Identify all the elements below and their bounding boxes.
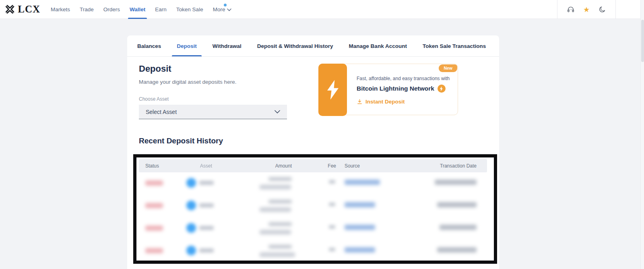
tab-withdrawal[interactable]: Withdrawal: [211, 35, 243, 56]
divider: [615, 0, 616, 19]
notification-dot: [224, 4, 227, 6]
amount-blurred: [268, 200, 292, 203]
lcx-logo[interactable]: LCX: [0, 3, 40, 15]
chevron-down-icon: [275, 110, 280, 114]
asset-select-value: Select Asset: [146, 109, 177, 115]
annotation-highlight-border: Status Asset Amount Fee Source Transacti…: [133, 154, 497, 264]
transaction-date-blurred: [435, 180, 477, 185]
nav-item-token-sale[interactable]: Token Sale: [171, 0, 208, 19]
nav-item-markets[interactable]: Markets: [46, 0, 75, 19]
nav-item-orders[interactable]: Orders: [99, 0, 125, 19]
download-icon: [357, 99, 363, 105]
fee-blurred: [329, 248, 335, 251]
nav-item-trade[interactable]: Trade: [75, 0, 99, 19]
amount-secondary-blurred: [260, 207, 291, 212]
amount-secondary-blurred: [260, 230, 291, 234]
asset-coin-icon-blurred: [186, 178, 196, 188]
status-badge-blurred: [145, 180, 163, 186]
source-link-blurred: [345, 247, 375, 252]
transaction-date-blurred: [437, 202, 477, 207]
new-badge: New: [439, 64, 457, 72]
asset-coin-icon-blurred: [186, 201, 196, 210]
column-header-fee: Fee: [318, 163, 336, 169]
column-header-transaction-date: Transaction Date: [440, 163, 477, 169]
transaction-date-blurred: [437, 247, 477, 252]
fee-blurred: [329, 203, 335, 206]
chevron-down-icon: [227, 8, 231, 11]
recent-deposit-history-title: Recent Deposit History: [139, 137, 223, 145]
top-navigation-bar: LCX Markets Trade Orders Wallet Earn Tok…: [0, 0, 644, 19]
tab-balances[interactable]: Balances: [136, 35, 163, 56]
amount-blurred: [268, 177, 292, 181]
tab-token-sale-transactions[interactable]: Token Sale Transactions: [421, 35, 487, 56]
status-badge-blurred: [145, 248, 163, 253]
source-link-blurred: [345, 225, 375, 230]
asset-label-blurred: [199, 203, 214, 207]
fee-blurred: [329, 180, 335, 184]
column-header-source: Source: [345, 163, 360, 169]
status-badge-blurred: [145, 226, 163, 231]
lightning-bolt-panel: [318, 64, 347, 116]
transaction-date-blurred: [440, 225, 477, 230]
table-row-redacted[interactable]: [139, 172, 487, 195]
nav-item-more[interactable]: More: [208, 0, 237, 19]
tab-manage-bank-account[interactable]: Manage Bank Account: [347, 35, 409, 56]
table-header-row: Status Asset Amount Fee Source Transacti…: [139, 159, 487, 172]
promo-text: Fast, affordable, and easy transactions …: [357, 76, 450, 81]
choose-asset-label: Choose Asset: [139, 96, 169, 102]
main-nav: Markets Trade Orders Wallet Earn Token S…: [46, 0, 236, 19]
nav-item-wallet[interactable]: Wallet: [125, 0, 150, 19]
lightning-bolt-icon: [324, 79, 341, 101]
support-headset-icon[interactable]: [567, 6, 575, 14]
asset-label-blurred: [199, 248, 214, 252]
amount-blurred: [268, 222, 292, 226]
asset-label-blurred: [199, 226, 214, 230]
fee-blurred: [329, 225, 335, 229]
instant-deposit-link[interactable]: Instant Deposit: [357, 99, 405, 105]
dark-mode-moon-icon[interactable]: [598, 6, 606, 14]
asset-coin-icon-blurred: [186, 246, 196, 255]
brand-name: LCX: [18, 4, 40, 15]
table-row-redacted[interactable]: [139, 240, 487, 263]
promo-headline: Bitcoin Lightning Network: [357, 85, 446, 93]
page-subtitle: Manage your digital asset deposits here.: [139, 79, 236, 85]
app-window: LCX Markets Trade Orders Wallet Earn Tok…: [0, 0, 644, 269]
asset-select[interactable]: Select Asset: [139, 105, 287, 119]
status-badge-blurred: [145, 203, 163, 208]
amount-secondary-blurred: [260, 252, 295, 257]
table-body: [139, 172, 487, 263]
topbar-actions: ★: [557, 0, 616, 19]
scrollbar[interactable]: [640, 0, 644, 269]
page-title: Deposit: [139, 64, 171, 74]
table-row-redacted[interactable]: [139, 195, 487, 217]
favorites-star-icon[interactable]: ★: [582, 6, 590, 14]
column-header-amount: Amount: [260, 163, 292, 169]
table-row-redacted[interactable]: [139, 217, 487, 240]
source-link-blurred: [345, 202, 375, 207]
asset-label-blurred: [199, 181, 214, 185]
wallet-tabs: Balances Deposit Withdrawal Deposit & Wi…: [127, 35, 499, 57]
tab-deposit-withdrawal-history[interactable]: Deposit & Withdrawal History: [256, 35, 335, 56]
tab-deposit[interactable]: Deposit: [175, 35, 198, 56]
nav-item-earn[interactable]: Earn: [150, 0, 171, 19]
lcx-logo-icon: [5, 3, 14, 15]
source-link-blurred: [345, 180, 380, 185]
active-nav-underline: [128, 18, 147, 19]
amount-secondary-blurred: [260, 185, 291, 189]
lightning-network-promo-card[interactable]: New Fast, affordable, and easy transacti…: [318, 64, 458, 115]
column-header-asset: Asset: [200, 163, 212, 169]
column-header-status: Status: [145, 163, 159, 169]
asset-coin-icon-blurred: [186, 223, 196, 233]
amount-blurred: [268, 245, 292, 248]
lightning-circle-icon: [438, 85, 446, 93]
scrollbar-thumb[interactable]: [641, 20, 644, 62]
